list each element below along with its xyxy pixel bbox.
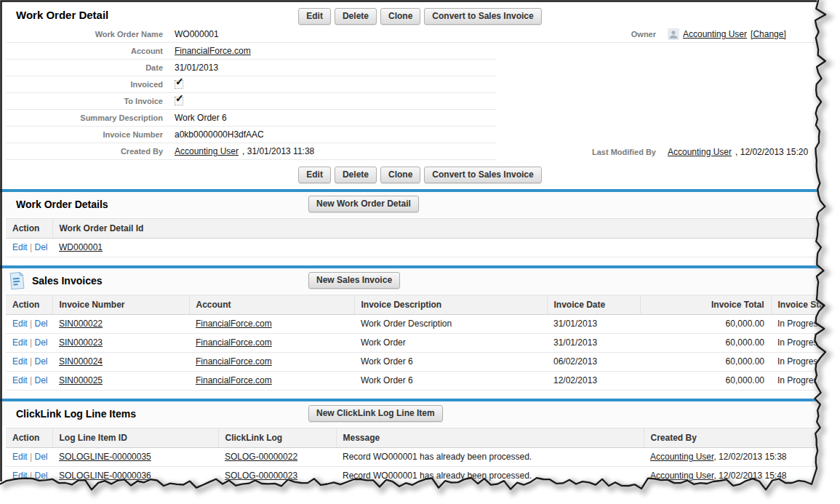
detail-left-column: Work Order NameWO000001AccountFinancialF… xyxy=(6,26,496,160)
cell-message: Record WO000001 has already been process… xyxy=(336,448,644,467)
page-content: Work Order Detail EditDeleteCloneConvert… xyxy=(0,0,840,504)
new-sales-invoice-button[interactable]: New Sales Invoice xyxy=(308,272,400,289)
related-list-work-order-details: Work Order Details New Work Order Detail… xyxy=(0,189,840,265)
convert-to-sales-invoice-button[interactable]: Convert to Sales Invoice xyxy=(424,167,541,183)
record-link[interactable]: SOLOGLINE-00000035 xyxy=(59,452,151,462)
column-header-invoice-date[interactable]: Invoice Date xyxy=(547,295,640,315)
edit-link[interactable]: Edit xyxy=(12,337,28,348)
clone-button[interactable]: Clone xyxy=(380,167,420,183)
edit-button[interactable]: Edit xyxy=(298,8,331,25)
convert-to-sales-invoice-button[interactable]: Convert to Sales Invoice xyxy=(424,8,541,25)
table-header-row: ActionInvoice NumberAccountInvoice Descr… xyxy=(6,295,840,315)
column-header-work-order-detail-id[interactable]: Work Order Detail Id xyxy=(52,219,840,239)
cell-invoice-status: In Progress xyxy=(771,315,840,334)
field-value: ✓ xyxy=(175,80,183,89)
action-cell: Edit | Del xyxy=(6,334,52,353)
user-link[interactable]: Accounting User xyxy=(650,452,713,462)
cell-clicklink-log: SOLOG-00000023 xyxy=(218,467,336,486)
column-header-invoice-total[interactable]: Invoice Total xyxy=(640,295,771,315)
table-row: Edit | DelWD000001 xyxy=(6,239,840,257)
record-link[interactable]: FinancialForce.com xyxy=(196,319,272,329)
del-link[interactable]: Del xyxy=(34,375,47,385)
del-link[interactable]: Del xyxy=(34,337,47,348)
record-link[interactable]: WD000001 xyxy=(59,242,103,252)
owner-change-link[interactable]: [Change] xyxy=(751,29,786,39)
edit-link[interactable]: Edit xyxy=(12,319,28,329)
edit-link[interactable]: Edit xyxy=(12,471,28,481)
clone-button[interactable]: Clone xyxy=(380,8,420,25)
column-header-invoice-number[interactable]: Invoice Number xyxy=(52,295,189,315)
user-link[interactable]: Accounting User xyxy=(650,471,713,481)
field-label: Summary Description xyxy=(6,113,175,122)
cell-log-line-item-id: SOLOGLINE-00000036 xyxy=(52,467,218,486)
edit-link[interactable]: Edit xyxy=(12,489,28,500)
cell-account: FinancialForce.com xyxy=(189,353,354,372)
column-header-action[interactable]: Action xyxy=(6,428,52,448)
cell-invoice-status: In Progress xyxy=(771,372,840,391)
cell-invoice-total: 60,000.00 xyxy=(640,315,771,334)
column-header-action[interactable]: Action xyxy=(6,295,52,315)
new-clicklink-log-line-item-button[interactable]: New ClickLink Log Line Item xyxy=(308,405,443,422)
action-cell: Edit | Del xyxy=(6,239,52,257)
edit-link[interactable]: Edit xyxy=(12,375,28,385)
edit-link[interactable]: Edit xyxy=(12,242,28,252)
del-link[interactable]: Del xyxy=(34,319,47,329)
field-row-to-invoice: To Invoice✓ xyxy=(6,93,496,110)
field-value: FinancialForce.com xyxy=(175,46,251,56)
del-link[interactable]: Del xyxy=(34,242,47,252)
user-link[interactable]: Accounting User xyxy=(175,146,239,156)
field-label: Last Modified By xyxy=(496,148,668,156)
del-link[interactable]: Del xyxy=(34,356,47,367)
field-label: Date xyxy=(6,63,175,72)
work-order-detail-page: Work Order Detail EditDeleteCloneConvert… xyxy=(0,0,840,504)
record-link[interactable]: SOLOGLINE-00000036 xyxy=(59,471,151,481)
del-link[interactable]: Del xyxy=(34,471,47,481)
record-link[interactable]: SOLOG-00000022 xyxy=(225,452,297,462)
field-value-text: , 31/01/2013 11:38 xyxy=(242,146,314,156)
record-link[interactable]: SIN000022 xyxy=(59,319,103,329)
record-link[interactable]: SOLOG-00000023 xyxy=(225,471,297,481)
delete-button[interactable]: Delete xyxy=(335,167,377,183)
column-header-invoice-description[interactable]: Invoice Description xyxy=(354,295,547,315)
field-value: ✓ xyxy=(175,97,183,105)
table-row: Edit | DelSIN000022FinancialForce.comWor… xyxy=(6,315,840,334)
del-link[interactable]: Del xyxy=(34,452,47,462)
record-link[interactable]: FinancialForce.com xyxy=(196,337,272,348)
action-cell: Edit | Del xyxy=(6,467,52,486)
action-separator: | xyxy=(28,452,35,462)
cell-invoice-total: 60,000.00 xyxy=(640,334,771,353)
edit-link[interactable]: Edit xyxy=(12,356,28,367)
last-modified-user-link[interactable]: Accounting User xyxy=(668,147,732,157)
related-list-table: ActionInvoice NumberAccountInvoice Descr… xyxy=(6,295,840,391)
column-header-account[interactable]: Account xyxy=(189,295,354,315)
column-header-log-line-item-id[interactable]: Log Line Item ID xyxy=(52,428,218,448)
field-label: To Invoice xyxy=(6,97,175,105)
column-header-action[interactable]: Action xyxy=(6,219,52,239)
cell-invoice-number: SIN000023 xyxy=(52,334,189,353)
column-header-clicklink-log[interactable]: ClickLink Log xyxy=(218,428,336,448)
user-link[interactable]: Accounting User xyxy=(650,489,713,500)
edit-link[interactable]: Edit xyxy=(12,452,28,462)
field-value-link[interactable]: FinancialForce.com xyxy=(175,46,251,56)
last-modified-datetime: , 12/02/2013 15:20 xyxy=(735,147,808,157)
record-link[interactable]: FinancialForce.com xyxy=(196,375,272,385)
field-label: Invoice Number xyxy=(6,130,175,139)
record-link[interactable]: SIN000024 xyxy=(59,356,103,367)
record-link[interactable]: FinancialForce.com xyxy=(196,356,272,367)
record-link[interactable]: SIN000025 xyxy=(59,375,103,385)
record-link[interactable]: SIN000023 xyxy=(59,337,103,348)
new-work-order-detail-button[interactable]: New Work Order Detail xyxy=(308,196,419,212)
column-header-created-by[interactable]: Created By xyxy=(644,428,840,448)
action-cell: Edit | Del xyxy=(6,315,52,334)
column-header-invoice-status[interactable]: Invoice Status xyxy=(771,295,840,315)
delete-button[interactable]: Delete xyxy=(335,8,377,25)
cell-log-line-item-id: SOLOGLINE-00000037 xyxy=(52,486,218,504)
edit-button[interactable]: Edit xyxy=(298,167,331,183)
cell-invoice-description: Work Order 6 xyxy=(354,372,547,391)
record-link[interactable]: SOLOG-00000024 xyxy=(225,489,297,500)
record-link[interactable]: SOLOGLINE-00000037 xyxy=(59,489,151,500)
cell-created-by: Accounting User, 12/02/2013 15:48 xyxy=(644,467,840,486)
column-header-message[interactable]: Message xyxy=(336,428,644,448)
owner-user-link[interactable]: Accounting User xyxy=(683,29,747,39)
del-link[interactable]: Del xyxy=(34,489,47,500)
